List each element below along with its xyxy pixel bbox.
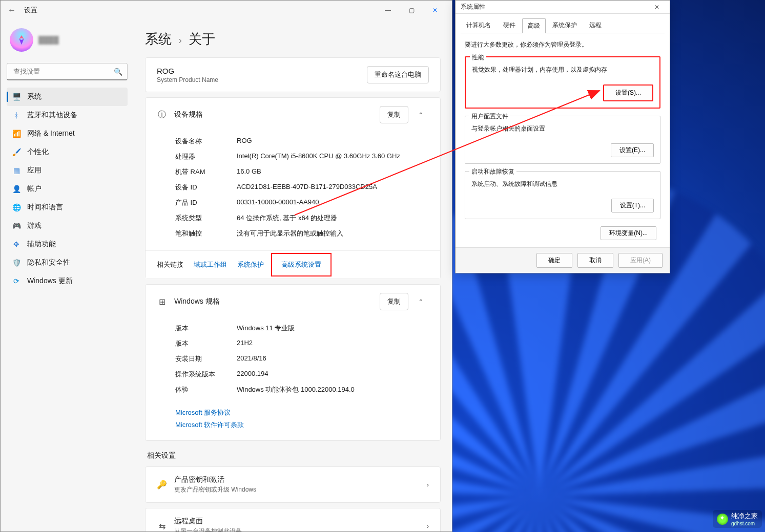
nav-label: 网络 & Internet: [27, 129, 75, 138]
card-subtitle: 从另一台设备控制此设备: [174, 527, 242, 531]
link-domain-workgroup[interactable]: 域或工作组: [194, 260, 227, 269]
watermark-icon: [717, 514, 728, 525]
nav-icon: ▦: [12, 166, 21, 175]
nav-label: 帐户: [27, 184, 42, 194]
pc-product: System Product Name: [157, 76, 218, 83]
sysprops-tab-1[interactable]: 硬件: [498, 18, 521, 33]
spec-row: 机带 RAM16.0 GB: [175, 164, 429, 180]
search-input[interactable]: [7, 63, 128, 80]
rename-pc-button[interactable]: 重命名这台电脑: [367, 66, 429, 83]
nav-icon: 🎮: [12, 221, 21, 230]
sysprops-tab-3[interactable]: 系统保护: [547, 18, 583, 33]
winspec-row: 版本Windows 11 专业版: [175, 321, 429, 336]
user-profile-title: 用户配置文件: [469, 112, 510, 121]
related-card-0[interactable]: 🔑产品密钥和激活更改产品密钥或升级 Windows›: [145, 466, 441, 503]
sysprops-tabs: 计算机名硬件高级系统保护远程: [456, 14, 670, 33]
sysprops-titlebar: 系统属性 ✕: [456, 1, 670, 14]
sysprops-footer: 确定 取消 应用(A): [456, 247, 670, 273]
sidebar-item-7[interactable]: 🎮游戏: [7, 217, 128, 235]
copy-device-specs-button[interactable]: 复制: [380, 106, 408, 123]
sidebar-item-4[interactable]: ▦应用: [7, 161, 128, 180]
collapse-windows-specs[interactable]: ⌃: [412, 298, 429, 306]
winspec-key: 版本: [175, 324, 237, 333]
link-advanced-system-settings[interactable]: 高级系统设置: [271, 253, 332, 276]
card-subtitle: 更改产品密钥或升级 Windows: [174, 485, 256, 494]
user-profile[interactable]: ████: [7, 23, 128, 61]
related-settings-title: 相关设置: [147, 451, 439, 460]
sysprops-tab-0[interactable]: 计算机名: [461, 18, 497, 33]
winspec-row: 版本21H2: [175, 336, 429, 351]
spec-row: 笔和触控没有可用于此显示器的笔或触控输入: [175, 226, 429, 241]
search-wrap: 🔍: [7, 63, 128, 80]
card-title: 产品密钥和激活: [174, 475, 256, 484]
startup-recovery-group: 启动和故障恢复 系统启动、系统故障和调试信息 设置(T)...: [465, 171, 660, 219]
maximize-button[interactable]: ▢: [400, 2, 423, 18]
nav-label: Windows 更新: [27, 276, 73, 286]
watermark: 纯净之家 gdhst.com: [713, 510, 762, 528]
search-icon: 🔍: [114, 68, 122, 76]
device-specs-card: ⓘ 设备规格 复制 ⌃ 设备名称ROG处理器Intel(R) Core(TM) …: [145, 97, 441, 279]
nav-label: 蓝牙和其他设备: [27, 111, 77, 120]
chevron-right-icon: ›: [427, 481, 429, 488]
sysprops-tab-4[interactable]: 远程: [584, 18, 607, 33]
nav-label: 应用: [27, 166, 42, 175]
spec-row: 处理器Intel(R) Core(TM) i5-8600K CPU @ 3.60…: [175, 149, 429, 164]
winspec-key: 体验: [175, 385, 237, 394]
nav-icon: 🛡️: [12, 258, 21, 267]
startup-settings-button[interactable]: 设置(T)...: [611, 199, 654, 212]
minimize-button[interactable]: —: [376, 2, 400, 18]
breadcrumb-root[interactable]: 系统: [145, 31, 172, 47]
spec-key: 机带 RAM: [175, 167, 237, 177]
profile-name: ████: [38, 36, 59, 44]
performance-settings-button[interactable]: 设置(S)...: [603, 84, 653, 101]
sidebar-item-8[interactable]: ✥辅助功能: [7, 235, 128, 253]
card-icon: ⇆: [157, 521, 167, 531]
system-properties-dialog: 系统属性 ✕ 计算机名硬件高级系统保护远程 要进行大多数更改，你必须作为管理员登…: [455, 0, 670, 273]
card-icon: 🔑: [157, 480, 167, 490]
link-ms-license-terms[interactable]: Microsoft 软件许可条款: [175, 419, 429, 431]
related-links-label: 相关链接: [157, 260, 183, 269]
user-profile-settings-button[interactable]: 设置(E)...: [611, 143, 654, 157]
device-specs-title: 设备规格: [174, 110, 203, 119]
sidebar-item-10[interactable]: ⟳Windows 更新: [7, 272, 128, 290]
performance-desc: 视觉效果，处理器计划，内存使用，以及虚拟内存: [472, 66, 653, 74]
sidebar-item-6[interactable]: 🌐时间和语言: [7, 198, 128, 217]
sidebar-item-2[interactable]: 📶网络 & Internet: [7, 124, 128, 143]
close-button[interactable]: ✕: [423, 2, 447, 18]
performance-group: 性能 视觉效果，处理器计划，内存使用，以及虚拟内存 设置(S)...: [465, 56, 660, 109]
sidebar-item-5[interactable]: 👤帐户: [7, 180, 128, 198]
nav-label: 游戏: [27, 221, 42, 230]
spec-value: 00331-10000-00001-AA940: [237, 198, 319, 207]
ok-button[interactable]: 确定: [536, 253, 572, 268]
apply-button[interactable]: 应用(A): [618, 253, 663, 268]
pc-name: ROG: [157, 67, 218, 75]
nav-icon: 🖌️: [12, 147, 21, 157]
related-card-1[interactable]: ⇆远程桌面从另一台设备控制此设备›: [145, 508, 441, 531]
winspec-value: 22000.194: [237, 370, 268, 379]
sysprops-title: 系统属性: [461, 3, 485, 11]
sidebar-item-3[interactable]: 🖌️个性化: [7, 143, 128, 161]
sidebar-item-0[interactable]: 🖥️系统: [7, 88, 128, 106]
back-button[interactable]: ←: [6, 6, 18, 15]
link-ms-service-agreement[interactable]: Microsoft 服务协议: [175, 407, 429, 419]
nav-label: 隐私和安全性: [27, 258, 70, 267]
sidebar-item-9[interactable]: 🛡️隐私和安全性: [7, 253, 128, 272]
link-system-protection[interactable]: 系统保护: [237, 260, 264, 269]
spec-key: 系统类型: [175, 214, 237, 223]
environment-variables-button[interactable]: 环境变量(N)...: [601, 226, 656, 240]
collapse-device-specs[interactable]: ⌃: [412, 111, 429, 119]
nav-icon: ᚼ: [12, 111, 21, 120]
sysprops-close-button[interactable]: ✕: [649, 4, 665, 11]
winspec-value: 2021/8/16: [237, 354, 266, 364]
spec-key: 设备名称: [175, 137, 237, 146]
cancel-button[interactable]: 取消: [577, 253, 613, 268]
sysprops-tab-2[interactable]: 高级: [522, 18, 546, 33]
copy-windows-specs-button[interactable]: 复制: [380, 293, 408, 310]
winspec-key: 操作系统版本: [175, 370, 237, 379]
nav-label: 辅助功能: [27, 240, 56, 249]
winspec-key: 安装日期: [175, 354, 237, 364]
sidebar-item-1[interactable]: ᚼ蓝牙和其他设备: [7, 106, 128, 124]
nav-label: 系统: [27, 92, 42, 101]
spec-key: 笔和触控: [175, 229, 237, 238]
avatar: [10, 28, 33, 52]
